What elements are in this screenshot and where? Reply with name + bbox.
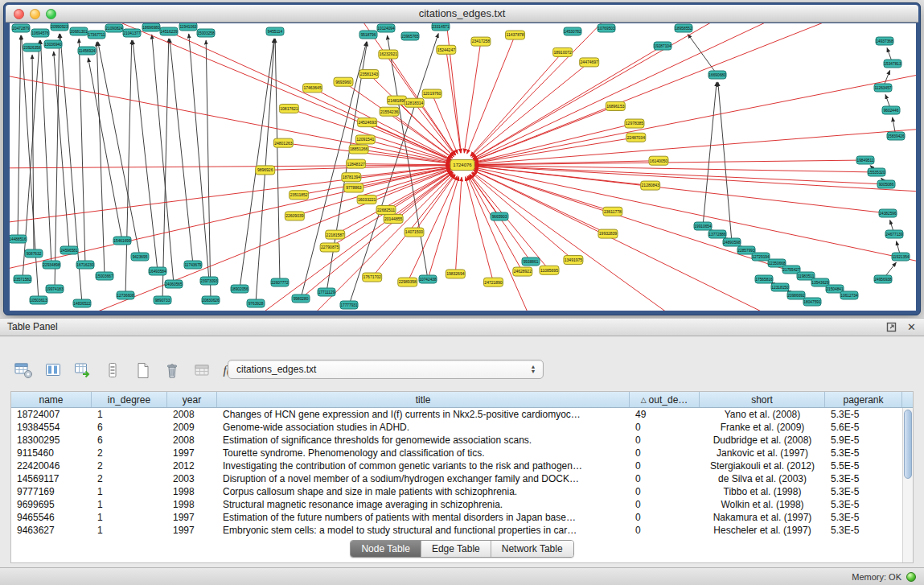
graph-node[interactable]: 19932839 — [598, 229, 618, 238]
graph-node[interactable]: 9455114 — [266, 27, 284, 35]
graph-node[interactable]: 9665903 — [491, 212, 508, 220]
graph-node[interactable]: 13036940 — [44, 40, 62, 48]
table-cell[interactable]: Yano et al. (2008) — [700, 408, 825, 421]
table-cell[interactable]: 2008 — [167, 408, 217, 421]
table-cell[interactable]: Wolkin et al. (1998) — [700, 498, 825, 511]
graph-node[interactable]: 21481898 — [387, 96, 406, 105]
table-cell[interactable]: Embryonic stem cells: a model to study s… — [217, 524, 630, 537]
table-cell[interactable]: Dudbridge et al. (2008) — [700, 434, 825, 447]
graph-node[interactable]: 11921354 — [892, 253, 910, 261]
table-scrollbar-thumb[interactable] — [904, 410, 912, 479]
column-header-title[interactable]: title — [217, 392, 630, 407]
graph-node[interactable]: 20144855 — [384, 214, 403, 223]
graph-node[interactable]: 17367711 — [88, 31, 105, 39]
table-row[interactable]: 1456911722003Disruption of a novel membe… — [11, 472, 902, 485]
graph-node[interactable]: 1724076 — [450, 160, 474, 171]
graph-node[interactable]: 16232921 — [379, 50, 398, 59]
graph-node[interactable]: 12978385 — [625, 119, 644, 128]
table-cell[interactable]: 5.3E-5 — [825, 447, 902, 459]
table-cell[interactable]: 5.9E-5 — [825, 434, 902, 447]
table-cell[interactable]: 0 — [630, 459, 700, 472]
delete-column-icon[interactable] — [162, 359, 183, 381]
graph-node[interactable]: 17565816 — [755, 275, 773, 283]
table-cell[interactable]: 2008 — [167, 434, 217, 447]
table-cell[interactable]: 1 — [92, 408, 167, 421]
graph-node[interactable]: 12318150 — [771, 283, 789, 291]
float-panel-icon[interactable] — [885, 321, 897, 333]
graph-node[interactable]: 24801263 — [273, 138, 293, 147]
table-cell[interactable]: Structural magnetic resonance image aver… — [217, 498, 630, 511]
graph-node[interactable]: 9602446 — [882, 106, 900, 114]
graph-node[interactable]: 9518796 — [359, 31, 377, 39]
graph-node[interactable]: 22181587 — [326, 230, 345, 239]
network-canvas-svg[interactable]: 2047287910694576209909232068130123926358… — [10, 23, 916, 311]
table-cell[interactable]: 2 — [92, 447, 167, 459]
graph-node[interactable]: 14488516 — [10, 235, 27, 243]
graph-node[interactable]: 14937368 — [876, 37, 893, 45]
table-cell[interactable]: 5.3E-5 — [825, 511, 902, 524]
graph-node[interactable]: 15347813 — [884, 60, 901, 68]
graph-node[interactable]: 18851266 — [349, 145, 368, 154]
table-row[interactable]: 1872400712008Changes of HCN gene express… — [11, 408, 902, 421]
create-column-icon[interactable] — [132, 359, 153, 381]
table-cell[interactable]: Corpus callosum shape and size in male p… — [217, 485, 630, 498]
table-row[interactable]: 977716911998Corpus callosum shape and si… — [11, 485, 902, 498]
table-cell[interactable]: Investigating the contribution of common… — [217, 459, 630, 472]
graph-node[interactable]: 20472879 — [12, 24, 30, 32]
graph-node[interactable]: 21090824 — [105, 24, 123, 32]
graph-node[interactable]: 14530782 — [564, 27, 581, 35]
graph-node[interactable]: 24890598 — [723, 238, 741, 246]
graph-node[interactable]: 23571582 — [14, 275, 31, 283]
table-cell[interactable]: 1997 — [167, 524, 217, 537]
graph-node[interactable]: 9778863 — [344, 183, 363, 192]
graph-node[interactable]: 15839426 — [887, 132, 905, 140]
graph-node[interactable]: 10694576 — [31, 29, 49, 37]
table-cell[interactable]: 18724007 — [11, 408, 92, 421]
memory-status-indicator[interactable] — [906, 572, 916, 582]
table-cell[interactable]: 5.5E-5 — [825, 459, 902, 472]
table-cell[interactable]: 5.3E-5 — [825, 524, 902, 537]
table-cell[interactable]: 9115460 — [11, 447, 92, 459]
graph-node[interactable]: 18958552 — [675, 24, 692, 32]
table-cell[interactable]: Genome-wide association studies in ADHD. — [217, 421, 630, 434]
table-cell[interactable]: 0 — [630, 511, 700, 524]
table-cell[interactable]: 2009 — [167, 421, 217, 434]
graph-node[interactable]: 20681301 — [70, 27, 88, 35]
graph-node[interactable]: 17711129 — [318, 288, 335, 296]
graph-node[interactable]: 19287104 — [654, 42, 671, 50]
graph-node[interactable]: 11941063 — [179, 23, 197, 31]
column-header-in_degree[interactable]: in_degree — [92, 392, 167, 407]
table-cell[interactable]: Jankovic et al. (1997) — [700, 447, 825, 459]
table-row[interactable]: 1938455462009Genome-wide association stu… — [11, 421, 902, 434]
graph-node[interactable]: 10612734 — [840, 291, 858, 299]
select-columns-icon[interactable] — [43, 359, 64, 381]
graph-node[interactable]: 19849511 — [856, 156, 874, 164]
graph-node[interactable]: 15244247 — [437, 45, 456, 54]
table-cell[interactable]: 6 — [92, 421, 167, 434]
graph-node[interactable]: 9938861 — [522, 257, 540, 266]
graph-node[interactable]: 20986692 — [787, 291, 805, 299]
graph-node[interactable]: 11743679 — [184, 261, 202, 269]
graph-node[interactable]: 16896153 — [606, 101, 625, 110]
graph-node[interactable]: 21280843 — [641, 181, 660, 190]
graph-node[interactable]: 9890733 — [154, 296, 171, 304]
tab-edge-table[interactable]: Edge Table — [421, 541, 491, 557]
graph-node[interactable]: 12091541 — [355, 135, 375, 144]
table-cell[interactable]: Estimation of significance thresholds fo… — [217, 434, 630, 447]
graph-node[interactable]: 9896926 — [256, 166, 275, 175]
graph-node[interactable]: 24060565 — [165, 280, 183, 288]
graph-node[interactable]: 13491975 — [564, 256, 583, 265]
table-cell[interactable]: Estimation of the future numbers of pati… — [217, 511, 630, 524]
table-cell[interactable]: 0 — [630, 447, 700, 459]
table-cell[interactable]: Hescheler et al. (1997) — [700, 524, 825, 537]
graph-node[interactable]: 14516239 — [160, 27, 178, 35]
graph-node[interactable]: 12729194 — [752, 253, 770, 261]
table-cell[interactable]: 5.3E-5 — [825, 498, 902, 511]
graph-node[interactable]: 23581343 — [359, 70, 379, 79]
table-cell[interactable]: 0 — [630, 524, 700, 537]
close-panel-icon[interactable]: ✕ — [906, 321, 918, 333]
table-cell[interactable]: 0 — [630, 498, 700, 511]
graph-node[interactable]: 18781394 — [342, 173, 361, 182]
graph-node[interactable]: 11437878 — [506, 31, 525, 39]
graph-node[interactable]: 22487034 — [626, 133, 646, 142]
